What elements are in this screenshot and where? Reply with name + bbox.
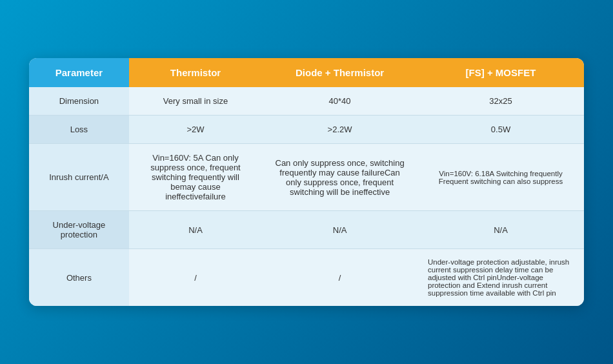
header-parameter: Parameter bbox=[29, 58, 129, 87]
data-cell: N/A bbox=[262, 211, 417, 249]
table-row: Loss>2W>2.2W0.5W bbox=[29, 116, 584, 144]
data-cell: >2.2W bbox=[262, 116, 417, 144]
data-cell: Very small in size bbox=[129, 87, 262, 116]
data-cell: Can only suppress once, switching freque… bbox=[262, 144, 417, 211]
param-cell: Inrush current/A bbox=[29, 144, 129, 211]
data-cell: N/A bbox=[417, 211, 584, 249]
header-thermistor: Thermistor bbox=[129, 58, 262, 87]
table-row: Under-voltage protectionN/AN/AN/A bbox=[29, 211, 584, 249]
table-row: Inrush current/AVin=160V: 5A Can only su… bbox=[29, 144, 584, 211]
table-row: DimensionVery small in size40*4032x25 bbox=[29, 87, 584, 116]
data-cell: Vin=160V: 5A Can only suppress once, fre… bbox=[129, 144, 262, 211]
data-cell: / bbox=[262, 249, 417, 307]
data-cell: 0.5W bbox=[417, 116, 584, 144]
data-cell: Vin=160V: 6.18A Switching frequently Fre… bbox=[417, 144, 584, 211]
param-cell: Dimension bbox=[29, 87, 129, 116]
data-cell: 40*40 bbox=[262, 87, 417, 116]
data-cell: N/A bbox=[129, 211, 262, 249]
header-diode-thermistor: Diode + Thermistor bbox=[262, 58, 417, 87]
data-cell: >2W bbox=[129, 116, 262, 144]
comparison-table: Parameter Thermistor Diode + Thermistor … bbox=[29, 58, 584, 306]
data-cell: / bbox=[129, 249, 262, 307]
param-cell: Under-voltage protection bbox=[29, 211, 129, 249]
param-cell: Others bbox=[29, 249, 129, 307]
param-cell: Loss bbox=[29, 116, 129, 144]
data-cell: Under-voltage protection adjustable, inr… bbox=[417, 249, 584, 307]
table-row: Others//Under-voltage protection adjusta… bbox=[29, 249, 584, 307]
data-cell: 32x25 bbox=[417, 87, 584, 116]
header-fs-mosfet: [FS] + MOSFET bbox=[417, 58, 584, 87]
